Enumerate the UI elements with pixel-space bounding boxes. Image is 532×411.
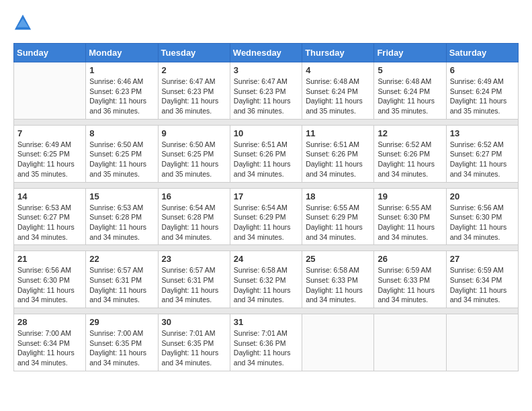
calendar-day-cell: 22Sunrise: 6:57 AMSunset: 6:31 PMDayligh…	[86, 251, 158, 308]
week-separator	[14, 308, 519, 314]
calendar-day-cell	[14, 62, 86, 120]
calendar-day-cell: 24Sunrise: 6:58 AMSunset: 6:32 PMDayligh…	[230, 251, 302, 308]
day-number: 21	[17, 254, 82, 264]
calendar-day-cell: 18Sunrise: 6:55 AMSunset: 6:29 PMDayligh…	[302, 188, 374, 245]
week-separator	[14, 245, 519, 251]
day-number: 10	[234, 128, 298, 138]
day-number: 4	[306, 65, 370, 75]
calendar-day-cell: 30Sunrise: 7:01 AMSunset: 6:35 PMDayligh…	[158, 314, 230, 371]
logo-icon	[13, 13, 32, 32]
day-info: Sunrise: 7:00 AMSunset: 6:34 PMDaylight:…	[17, 328, 82, 368]
calendar-day-cell: 28Sunrise: 7:00 AMSunset: 6:34 PMDayligh…	[14, 314, 86, 371]
calendar-day-cell: 21Sunrise: 6:56 AMSunset: 6:30 PMDayligh…	[14, 251, 86, 308]
day-info: Sunrise: 6:57 AMSunset: 6:31 PMDaylight:…	[162, 265, 226, 305]
calendar-day-cell: 27Sunrise: 6:59 AMSunset: 6:34 PMDayligh…	[446, 251, 518, 308]
calendar-day-cell: 17Sunrise: 6:54 AMSunset: 6:29 PMDayligh…	[230, 188, 302, 245]
calendar-day-cell: 2Sunrise: 6:47 AMSunset: 6:23 PMDaylight…	[158, 62, 230, 120]
week-separator-row	[14, 182, 519, 188]
day-number: 20	[450, 191, 515, 201]
day-number: 22	[89, 254, 154, 264]
day-number: 6	[450, 65, 515, 75]
day-of-week-header: Wednesday	[230, 44, 302, 62]
calendar-day-cell: 29Sunrise: 7:00 AMSunset: 6:35 PMDayligh…	[86, 314, 158, 371]
day-number: 11	[306, 128, 370, 138]
calendar-day-cell	[446, 314, 518, 371]
calendar-day-cell: 23Sunrise: 6:57 AMSunset: 6:31 PMDayligh…	[158, 251, 230, 308]
calendar-day-cell: 31Sunrise: 7:01 AMSunset: 6:36 PMDayligh…	[230, 314, 302, 371]
day-number: 12	[378, 128, 442, 138]
calendar-day-cell: 16Sunrise: 6:54 AMSunset: 6:28 PMDayligh…	[158, 188, 230, 245]
day-info: Sunrise: 6:50 AMSunset: 6:25 PMDaylight:…	[162, 140, 226, 179]
day-info: Sunrise: 6:53 AMSunset: 6:28 PMDaylight:…	[89, 203, 154, 242]
day-number: 8	[89, 128, 154, 138]
calendar-day-cell: 1Sunrise: 6:46 AMSunset: 6:23 PMDaylight…	[86, 62, 158, 120]
calendar-week-row: 14Sunrise: 6:53 AMSunset: 6:27 PMDayligh…	[14, 188, 519, 245]
day-info: Sunrise: 6:57 AMSunset: 6:31 PMDaylight:…	[89, 265, 154, 305]
day-info: Sunrise: 6:52 AMSunset: 6:26 PMDaylight:…	[378, 140, 442, 179]
calendar-day-cell: 20Sunrise: 6:56 AMSunset: 6:30 PMDayligh…	[446, 188, 518, 245]
logo	[13, 13, 35, 32]
page-header	[13, 13, 519, 32]
day-info: Sunrise: 6:59 AMSunset: 6:33 PMDaylight:…	[378, 265, 442, 305]
day-number: 2	[162, 65, 226, 75]
day-number: 1	[89, 65, 154, 75]
day-number: 18	[306, 191, 370, 201]
calendar-table: SundayMondayTuesdayWednesdayThursdayFrid…	[13, 43, 519, 371]
week-separator-row	[14, 245, 519, 251]
day-info: Sunrise: 7:01 AMSunset: 6:36 PMDaylight:…	[234, 328, 298, 368]
day-info: Sunrise: 6:55 AMSunset: 6:29 PMDaylight:…	[306, 203, 370, 242]
day-info: Sunrise: 6:49 AMSunset: 6:24 PMDaylight:…	[450, 77, 515, 116]
day-info: Sunrise: 6:48 AMSunset: 6:24 PMDaylight:…	[306, 77, 370, 116]
day-number: 31	[234, 317, 298, 327]
calendar-day-cell	[374, 314, 446, 371]
calendar-day-cell: 12Sunrise: 6:52 AMSunset: 6:26 PMDayligh…	[374, 125, 446, 182]
calendar-day-cell: 13Sunrise: 6:52 AMSunset: 6:27 PMDayligh…	[446, 125, 518, 182]
week-separator-row	[14, 119, 519, 125]
week-separator	[14, 182, 519, 188]
day-info: Sunrise: 6:47 AMSunset: 6:23 PMDaylight:…	[162, 77, 226, 116]
day-info: Sunrise: 6:54 AMSunset: 6:28 PMDaylight:…	[162, 203, 226, 242]
day-number: 24	[234, 254, 298, 264]
calendar-day-cell: 6Sunrise: 6:49 AMSunset: 6:24 PMDaylight…	[446, 62, 518, 120]
day-info: Sunrise: 6:52 AMSunset: 6:27 PMDaylight:…	[450, 140, 515, 179]
day-info: Sunrise: 6:53 AMSunset: 6:27 PMDaylight:…	[17, 203, 82, 242]
calendar-day-cell: 26Sunrise: 6:59 AMSunset: 6:33 PMDayligh…	[374, 251, 446, 308]
day-number: 13	[450, 128, 515, 138]
calendar-day-cell: 10Sunrise: 6:51 AMSunset: 6:26 PMDayligh…	[230, 125, 302, 182]
day-info: Sunrise: 6:49 AMSunset: 6:25 PMDaylight:…	[17, 140, 82, 179]
day-info: Sunrise: 7:00 AMSunset: 6:35 PMDaylight:…	[89, 328, 154, 368]
calendar-day-cell: 14Sunrise: 6:53 AMSunset: 6:27 PMDayligh…	[14, 188, 86, 245]
day-info: Sunrise: 6:46 AMSunset: 6:23 PMDaylight:…	[89, 77, 154, 116]
calendar-header-row: SundayMondayTuesdayWednesdayThursdayFrid…	[14, 44, 519, 62]
day-of-week-header: Thursday	[302, 44, 374, 62]
day-of-week-header: Saturday	[446, 44, 518, 62]
day-info: Sunrise: 6:47 AMSunset: 6:23 PMDaylight:…	[234, 77, 298, 116]
day-number: 25	[306, 254, 370, 264]
day-number: 23	[162, 254, 226, 264]
day-info: Sunrise: 6:51 AMSunset: 6:26 PMDaylight:…	[234, 140, 298, 179]
calendar-day-cell: 5Sunrise: 6:48 AMSunset: 6:24 PMDaylight…	[374, 62, 446, 120]
calendar-week-row: 28Sunrise: 7:00 AMSunset: 6:34 PMDayligh…	[14, 314, 519, 371]
day-info: Sunrise: 6:48 AMSunset: 6:24 PMDaylight:…	[378, 77, 442, 116]
day-number: 16	[162, 191, 226, 201]
day-info: Sunrise: 6:56 AMSunset: 6:30 PMDaylight:…	[450, 203, 515, 242]
calendar-day-cell: 4Sunrise: 6:48 AMSunset: 6:24 PMDaylight…	[302, 62, 374, 120]
day-info: Sunrise: 6:59 AMSunset: 6:34 PMDaylight:…	[450, 265, 515, 305]
day-number: 27	[450, 254, 515, 264]
calendar-day-cell: 7Sunrise: 6:49 AMSunset: 6:25 PMDaylight…	[14, 125, 86, 182]
day-number: 28	[17, 317, 82, 327]
calendar-day-cell: 25Sunrise: 6:58 AMSunset: 6:33 PMDayligh…	[302, 251, 374, 308]
day-info: Sunrise: 6:54 AMSunset: 6:29 PMDaylight:…	[234, 203, 298, 242]
week-separator	[14, 119, 519, 125]
calendar-week-row: 1Sunrise: 6:46 AMSunset: 6:23 PMDaylight…	[14, 62, 519, 120]
day-info: Sunrise: 7:01 AMSunset: 6:35 PMDaylight:…	[162, 328, 226, 368]
day-number: 3	[234, 65, 298, 75]
day-info: Sunrise: 6:51 AMSunset: 6:26 PMDaylight:…	[306, 140, 370, 179]
week-separator-row	[14, 308, 519, 314]
day-info: Sunrise: 6:58 AMSunset: 6:32 PMDaylight:…	[234, 265, 298, 305]
day-number: 14	[17, 191, 82, 201]
calendar-day-cell: 3Sunrise: 6:47 AMSunset: 6:23 PMDaylight…	[230, 62, 302, 120]
day-info: Sunrise: 6:58 AMSunset: 6:33 PMDaylight:…	[306, 265, 370, 305]
day-of-week-header: Tuesday	[158, 44, 230, 62]
day-number: 17	[234, 191, 298, 201]
